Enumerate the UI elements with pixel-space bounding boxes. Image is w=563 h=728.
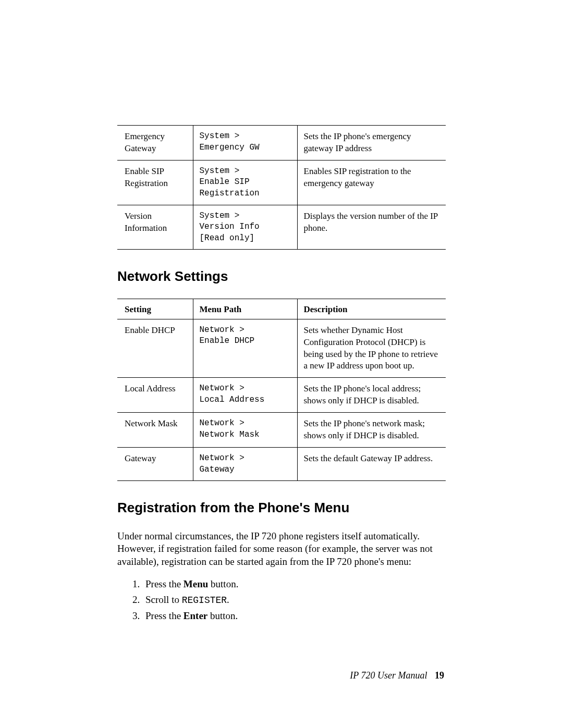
step-item: Press the Menu button. [142,577,446,592]
menu-path-cell: Network > Local Address [193,378,297,413]
table-header-row: Setting Menu Path Description [117,299,446,319]
table-row: Network Mask Network > Network Mask Sets… [117,413,446,448]
menu-path-cell: System > Version Info [Read only] [193,205,297,250]
description-cell: Enables SIP registration to the emergenc… [297,160,446,205]
table-row: Emergency Gateway System > Emergency GW … [117,126,446,161]
enter-button-label: Enter [183,610,207,621]
setting-cell: Emergency Gateway [117,126,193,161]
description-cell: Sets whether Dynamic Host Configuration … [297,319,446,378]
registration-heading: Registration from the Phone's Menu [117,500,446,516]
header-menu-path: Menu Path [193,299,297,319]
setting-cell: Local Address [117,378,193,413]
footer-title: IP 720 User Manual [350,670,427,681]
setting-cell: Version Information [117,205,193,250]
register-keyword: REGISTER [182,595,227,606]
menu-path-cell: System > Emergency GW [193,126,297,161]
step-text: Scroll to [145,594,182,605]
registration-steps: Press the Menu button. Scroll to REGISTE… [117,577,446,624]
system-settings-table: Emergency Gateway System > Emergency GW … [117,125,446,250]
registration-paragraph: Under normal circumstances, the IP 720 p… [117,530,446,569]
network-settings-heading: Network Settings [117,268,446,285]
description-cell: Sets the default Gateway IP address. [297,448,446,481]
network-settings-table: Setting Menu Path Description Enable DHC… [117,299,446,482]
description-cell: Sets the IP phone's local address; shows… [297,378,446,413]
menu-path-cell: System > Enable SIP Registration [193,160,297,205]
setting-cell: Enable DHCP [117,319,193,378]
step-text: Press the [145,578,183,589]
setting-cell: Gateway [117,448,193,481]
table-row: Enable SIP Registration System > Enable … [117,160,446,205]
step-item: Press the Enter button. [142,609,446,624]
step-text: Press the [145,610,183,621]
step-text: . [227,594,229,605]
setting-cell: Enable SIP Registration [117,160,193,205]
description-cell: Sets the IP phone's network mask; shows … [297,413,446,448]
step-text: button. [207,610,238,621]
step-item: Scroll to REGISTER. [142,593,446,608]
menu-path-cell: Network > Gateway [193,448,297,481]
menu-path-cell: Network > Enable DHCP [193,319,297,378]
page-number: 19 [435,670,444,681]
table-row: Gateway Network > Gateway Sets the defau… [117,448,446,481]
table-row: Local Address Network > Local Address Se… [117,378,446,413]
header-description: Description [297,299,446,319]
page-content: Emergency Gateway System > Emergency GW … [0,0,563,677]
menu-button-label: Menu [183,578,209,589]
table-row: Version Information System > Version Inf… [117,205,446,250]
table-row: Enable DHCP Network > Enable DHCP Sets w… [117,319,446,378]
page-footer: IP 720 User Manual 19 [350,670,444,681]
menu-path-cell: Network > Network Mask [193,413,297,448]
header-setting: Setting [117,299,193,319]
setting-cell: Network Mask [117,413,193,448]
description-cell: Sets the IP phone's emergency gateway IP… [297,126,446,161]
step-text: button. [208,578,238,589]
description-cell: Displays the version number of the IP ph… [297,205,446,250]
